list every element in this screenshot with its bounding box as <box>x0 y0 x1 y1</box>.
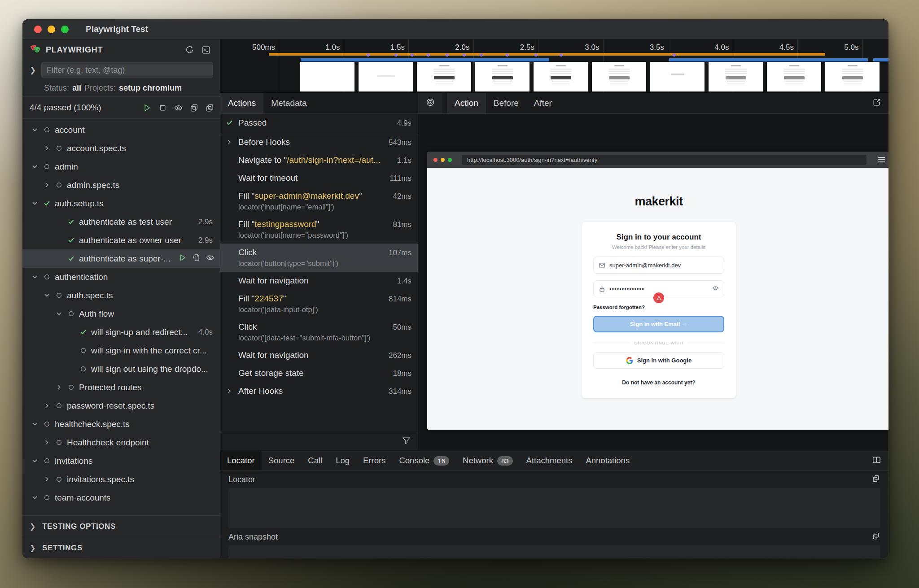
minimize-window-button[interactable] <box>48 26 55 33</box>
tab-attachments[interactable]: Attachments <box>520 451 579 470</box>
tree-item-healthcheck-endpoint[interactable]: Healthcheck endpoint <box>22 433 220 452</box>
run-all-icon[interactable] <box>142 103 152 113</box>
filmstrip-thumbnail[interactable] <box>359 62 413 91</box>
tab-before[interactable]: Before <box>486 93 526 113</box>
tree-item-healthcheck-spec-ts[interactable]: healthcheck.spec.ts <box>22 415 220 433</box>
tree-item-will-sign-in-with-the-correct-cr-[interactable]: will sign-in with the correct cr... <box>22 341 220 360</box>
action-row-click[interactable]: Clicklocator('[data-test="submit-mfa-but… <box>220 318 418 346</box>
filmstrip-thumbnail[interactable] <box>592 62 646 91</box>
tab-log[interactable]: Log <box>329 451 356 470</box>
tree-item-password-reset-spec-ts[interactable]: password-reset.spec.ts <box>22 396 220 415</box>
chevron-down-icon[interactable] <box>29 457 41 465</box>
action-row-fill[interactable]: Fill "testingpassword"locator('input[nam… <box>220 215 418 244</box>
run-test-icon[interactable] <box>178 253 187 264</box>
timeline-strip[interactable]: 500ms1.0s1.5s2.0s2.5s3.0s3.5s4.0s4.5s5.0… <box>220 39 888 93</box>
tab-actions[interactable]: Actions <box>220 93 263 113</box>
tree-item-authenticate-as-owner-user[interactable]: authenticate as owner user2.9s <box>22 231 220 249</box>
columns-icon[interactable] <box>872 455 881 466</box>
refresh-icon[interactable] <box>183 44 196 57</box>
tab-after[interactable]: After <box>526 93 560 113</box>
chevron-right-icon[interactable] <box>53 383 65 391</box>
target-icon[interactable] <box>425 97 435 109</box>
chevron-down-icon[interactable] <box>29 200 41 207</box>
terminal-icon[interactable] <box>200 44 213 57</box>
tree-item-will-sign-up-and-redirect-[interactable]: will sign-up and redirect...4.0s <box>22 323 220 341</box>
tab-annotations[interactable]: Annotations <box>579 451 636 470</box>
tab-errors[interactable]: Errors <box>356 451 392 470</box>
action-row-fill[interactable]: Fill "super-admin@makerkit.dev"locator('… <box>220 187 418 215</box>
chevron-right-icon[interactable] <box>41 475 53 483</box>
stop-icon[interactable] <box>158 103 167 113</box>
tree-item-auth-flow[interactable]: Auth flow <box>22 305 220 323</box>
filter-expand-icon[interactable]: ❯ <box>30 65 41 75</box>
action-row-wait-for-timeout[interactable]: Wait for timeout111ms <box>220 169 418 187</box>
chevron-right-icon[interactable] <box>226 386 238 396</box>
email-field[interactable]: super-admin@makerkit.dev <box>593 257 724 274</box>
tree-item-invitations[interactable]: invitations <box>22 452 220 470</box>
tab-locator[interactable]: Locator <box>220 451 262 470</box>
tab-console[interactable]: Console16 <box>392 451 456 470</box>
copy-icon[interactable] <box>872 475 880 485</box>
filter-funnel-icon[interactable] <box>402 436 411 447</box>
tree-item-invitations-spec-ts[interactable]: invitations.spec.ts <box>22 470 220 488</box>
tab-action[interactable]: Action <box>447 93 486 113</box>
filmstrip-thumbnail[interactable] <box>475 62 530 91</box>
url-bar[interactable]: http://localhost:3000/auth/sign-in?next=… <box>462 155 866 165</box>
tab-network[interactable]: Network83 <box>456 451 520 470</box>
signin-email-button[interactable]: Sign in with Email → <box>593 316 724 332</box>
filmstrip-thumbnail[interactable] <box>534 62 588 91</box>
chevron-down-icon[interactable] <box>29 420 41 428</box>
watch-all-icon[interactable] <box>174 103 183 113</box>
status-row[interactable]: Status: all Projects: setup chromium <box>22 79 220 96</box>
filter-input[interactable] <box>41 62 213 78</box>
tree-item-account-spec-ts[interactable]: account.spec.ts <box>22 139 220 157</box>
signup-link[interactable]: Do not have an account yet? <box>593 379 724 386</box>
expand-all-icon[interactable] <box>205 103 214 113</box>
tree-item-admin-spec-ts[interactable]: admin.spec.ts <box>22 176 220 194</box>
filmstrip-thumbnail[interactable] <box>417 62 471 91</box>
action-row-before-hooks[interactable]: Before Hooks543ms <box>220 133 418 151</box>
tab-source[interactable]: Source <box>262 451 302 470</box>
open-source-icon[interactable] <box>192 253 201 264</box>
maximize-window-button[interactable] <box>61 26 69 33</box>
chevron-right-icon[interactable] <box>226 137 238 147</box>
menu-icon[interactable] <box>878 157 885 162</box>
tab-metadata[interactable]: Metadata <box>263 93 314 113</box>
tree-item-authenticate-as-super-[interactable]: authenticate as super-... <box>22 249 220 268</box>
tree-item-authenticate-as-test-user[interactable]: authenticate as test user2.9s <box>22 213 220 231</box>
chevron-down-icon[interactable] <box>41 292 53 299</box>
close-window-button[interactable] <box>34 26 42 33</box>
watch-test-icon[interactable] <box>206 253 214 264</box>
action-row-get-storage-state[interactable]: Get storage state18ms <box>220 364 418 382</box>
chevron-down-icon[interactable] <box>29 126 41 134</box>
filmstrip-thumbnail[interactable] <box>767 62 821 91</box>
filmstrip-thumbnail[interactable] <box>825 62 880 91</box>
chevron-right-icon[interactable] <box>41 402 53 409</box>
chevron-down-icon[interactable] <box>53 310 65 318</box>
tab-call[interactable]: Call <box>301 451 329 470</box>
tree-item-will-sign-out-using-the-dropdo-[interactable]: will sign out using the dropdo... <box>22 360 220 378</box>
action-row-passed[interactable]: Passed4.9s <box>220 114 418 133</box>
tree-item-admin[interactable]: admin <box>22 157 220 176</box>
filmstrip-thumbnail[interactable] <box>709 62 763 91</box>
section-testing-options[interactable]: ❯ TESTING OPTIONS <box>22 515 220 537</box>
action-row-wait-for-navigation[interactable]: Wait for navigation1.4s <box>220 272 418 290</box>
chevron-down-icon[interactable] <box>29 273 41 281</box>
tree-item-auth-spec-ts[interactable]: auth.spec.ts <box>22 286 220 305</box>
chevron-right-icon[interactable] <box>41 144 53 152</box>
action-row-fill[interactable]: Fill "224537"locator('[data-input-otp]')… <box>220 290 418 318</box>
action-row-click[interactable]: Clicklocator('button[type="submit"]')107… <box>220 244 418 272</box>
show-password-eye-icon[interactable] <box>712 285 719 293</box>
action-row-wait-for-navigation[interactable]: Wait for navigation262ms <box>220 346 418 364</box>
filmstrip-thumbnail[interactable] <box>650 62 705 91</box>
action-row-navigate-to[interactable]: Navigate to "/auth/sign-in?next=/aut...1… <box>220 151 418 169</box>
chevron-down-icon[interactable] <box>29 163 41 170</box>
section-settings[interactable]: ❯ SETTINGS <box>22 537 220 558</box>
chevron-down-icon[interactable] <box>29 494 41 501</box>
copy-icon[interactable] <box>872 532 880 542</box>
tree-item-protected-routes[interactable]: Protected routes <box>22 378 220 396</box>
tree-item-account[interactable]: account <box>22 121 220 139</box>
signin-google-button[interactable]: Sign in with Google <box>593 352 724 369</box>
collapse-all-icon[interactable] <box>189 103 199 113</box>
chevron-right-icon[interactable] <box>41 181 53 189</box>
